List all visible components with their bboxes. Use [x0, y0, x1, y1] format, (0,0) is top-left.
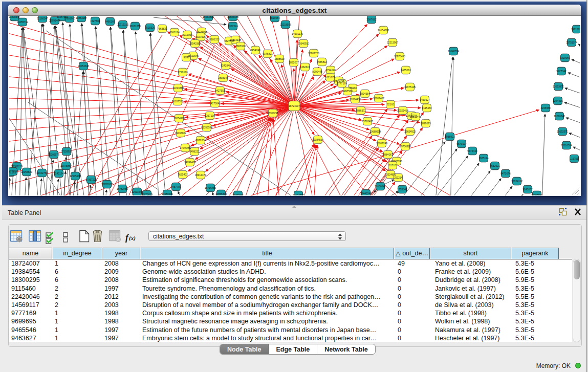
svg-text:1753342: 1753342: [397, 188, 407, 191]
svg-text:16543382: 16543382: [189, 42, 201, 45]
svg-text:14650492: 14650492: [162, 192, 173, 195]
svg-text:16154808: 16154808: [378, 29, 389, 32]
svg-text:8660124: 8660124: [169, 31, 180, 34]
svg-text:20361219: 20361219: [11, 165, 23, 168]
svg-text:18724007: 18724007: [289, 104, 300, 107]
svg-text:13218506: 13218506: [280, 23, 291, 26]
svg-text:10719155: 10719155: [117, 23, 128, 26]
svg-text:6899695: 6899695: [421, 122, 431, 125]
svg-text:20364436: 20364436: [350, 98, 361, 101]
svg-text:19112702: 19112702: [571, 28, 580, 31]
svg-text:19442242: 19442242: [360, 192, 372, 195]
svg-text:19975867: 19975867: [60, 164, 72, 167]
svg-text:3267130: 3267130: [205, 114, 215, 117]
svg-text:6497568: 6497568: [342, 90, 353, 93]
svg-text:8471676: 8471676: [500, 172, 511, 175]
svg-text:10688609: 10688609: [369, 130, 381, 133]
svg-text:16033809: 16033809: [203, 16, 214, 18]
svg-text:2087682: 2087682: [366, 18, 377, 21]
svg-text:1588520: 1588520: [274, 57, 285, 60]
svg-text:10814138: 10814138: [230, 38, 241, 41]
svg-text:9474444: 9474444: [467, 149, 477, 152]
svg-text:18300295: 18300295: [267, 112, 278, 115]
svg-text:6879197: 6879197: [456, 142, 467, 145]
svg-text:1362615: 1362615: [300, 65, 310, 69]
svg-text:19586988: 19586988: [227, 16, 238, 18]
svg-text:9329966: 9329966: [560, 56, 570, 59]
svg-text:10853287: 10853287: [76, 16, 87, 19]
svg-text:17801900: 17801900: [64, 17, 75, 20]
svg-text:12213967: 12213967: [387, 41, 398, 44]
svg-text:17046756: 17046756: [180, 146, 191, 149]
svg-text:8990448: 8990448: [312, 70, 322, 73]
svg-text:7955812: 7955812: [317, 60, 327, 63]
svg-text:3215958: 3215958: [540, 106, 551, 110]
svg-text:7625402: 7625402: [178, 173, 188, 176]
svg-text:3822037: 3822037: [289, 61, 299, 64]
svg-text:15720407: 15720407: [362, 120, 373, 123]
svg-text:19166822: 19166822: [175, 132, 186, 135]
svg-text:252214: 252214: [394, 176, 403, 179]
svg-text:8938923: 8938923: [445, 135, 455, 138]
svg-text:14691170: 14691170: [292, 32, 303, 35]
svg-text:8813054: 8813054: [270, 16, 280, 19]
svg-text:8878334: 8878334: [195, 139, 206, 142]
svg-text:16782759: 16782759: [117, 187, 128, 190]
svg-text:2718176: 2718176: [178, 71, 188, 74]
svg-text:10807487: 10807487: [373, 97, 384, 100]
svg-text:15751074: 15751074: [566, 41, 577, 44]
svg-text:15640910: 15640910: [298, 42, 309, 45]
svg-text:(x): (x): [129, 235, 136, 242]
svg-text:16210643: 16210643: [554, 115, 565, 118]
svg-text:9327505: 9327505: [195, 35, 206, 38]
svg-text:13353594: 13353594: [201, 126, 212, 129]
svg-text:8186323: 8186323: [209, 38, 220, 41]
svg-text:7663822: 7663822: [157, 27, 167, 30]
svg-text:9245652: 9245652: [522, 188, 533, 191]
svg-text:19384554: 19384554: [312, 138, 323, 141]
svg-text:12308891: 12308891: [531, 193, 542, 195]
svg-text:10961758: 10961758: [308, 52, 319, 55]
svg-text:116753: 116753: [570, 157, 579, 160]
svg-text:17359928: 17359928: [61, 150, 72, 153]
svg-text:12505135: 12505135: [70, 174, 81, 178]
svg-text:7485063: 7485063: [401, 69, 411, 72]
svg-text:9777169: 9777169: [337, 82, 347, 85]
svg-text:8454749: 8454749: [250, 49, 260, 52]
svg-text:15692971: 15692971: [557, 130, 568, 133]
svg-text:7515526: 7515526: [145, 26, 155, 29]
svg-text:9896: 9896: [183, 56, 189, 59]
svg-text:16107552: 16107552: [172, 100, 183, 103]
svg-text:21800344: 21800344: [9, 16, 20, 18]
svg-text:9463627: 9463627: [420, 98, 430, 101]
svg-text:16120746: 16120746: [391, 160, 402, 163]
svg-text:16914479: 16914479: [195, 173, 206, 177]
svg-text:8427552: 8427552: [215, 89, 225, 92]
svg-text:16648784: 16648784: [448, 50, 459, 53]
svg-text:62160: 62160: [387, 103, 394, 106]
svg-text:9115460: 9115460: [422, 106, 431, 110]
svg-text:10654112: 10654112: [511, 180, 522, 183]
svg-text:20691406: 20691406: [49, 19, 60, 22]
svg-text:19756928: 19756928: [400, 145, 411, 148]
svg-text:15716485: 15716485: [205, 186, 216, 189]
svg-text:19372791: 19372791: [9, 170, 18, 173]
svg-text:1244415: 1244415: [553, 99, 563, 102]
svg-text:6794028: 6794028: [325, 69, 336, 72]
svg-text:17957225: 17957225: [85, 178, 97, 181]
svg-text:14055712: 14055712: [17, 20, 28, 24]
svg-text:12160247: 12160247: [37, 17, 48, 20]
svg-text:12975115: 12975115: [404, 85, 416, 89]
svg-text:19856394: 19856394: [215, 192, 227, 195]
svg-text:20870859: 20870859: [141, 193, 153, 195]
svg-text:3824554: 3824554: [360, 92, 370, 95]
svg-text:10025458: 10025458: [397, 109, 408, 112]
svg-text:12342757: 12342757: [36, 171, 48, 174]
svg-text:1145194: 1145194: [54, 172, 63, 175]
svg-text:2803144: 2803144: [218, 76, 228, 79]
svg-text:9457791: 9457791: [171, 185, 181, 188]
svg-text:20053346: 20053346: [78, 64, 89, 68]
svg-text:19654923: 19654923: [173, 117, 185, 120]
svg-text:2935114: 2935114: [478, 157, 488, 160]
svg-text:7632621: 7632621: [490, 164, 500, 167]
